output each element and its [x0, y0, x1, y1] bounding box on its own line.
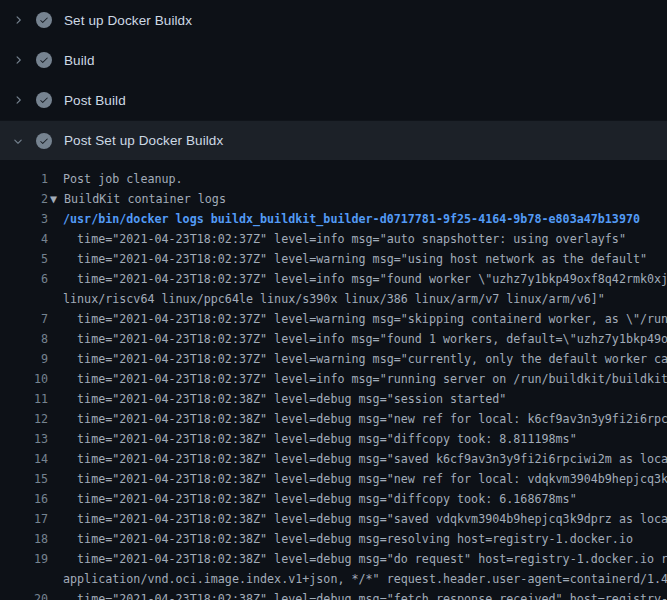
log-line-text: time="2021-04-23T18:02:37Z" level=info m…	[63, 329, 667, 349]
log-line: 10 time="2021-04-23T18:02:37Z" level=inf…	[0, 369, 667, 389]
log-line: 1Post job cleanup.	[0, 169, 667, 189]
log-line-text: time="2021-04-23T18:02:38Z" level=debug …	[63, 409, 667, 429]
step-header-post-build[interactable]: Post Build	[0, 80, 667, 120]
log-line-text: time="2021-04-23T18:02:38Z" level=debug …	[63, 429, 577, 449]
log-line-number[interactable]: 3	[0, 209, 48, 229]
log-line-text: time="2021-04-23T18:02:38Z" level=debug …	[63, 589, 667, 600]
log-line-number	[0, 569, 48, 589]
log-line-text: time="2021-04-23T18:02:38Z" level=debug …	[63, 389, 506, 409]
log-line-text: time="2021-04-23T18:02:38Z" level=debug …	[63, 449, 667, 469]
chevron-right-icon	[10, 92, 26, 108]
chevron-right-icon	[10, 12, 26, 28]
log-line-number[interactable]: 2	[0, 189, 48, 209]
log-line-text: application/vnd.oci.image.index.v1+json,…	[63, 569, 667, 589]
log-line: 15 time="2021-04-23T18:02:38Z" level=deb…	[0, 469, 667, 489]
log-line-number[interactable]: 15	[0, 469, 48, 489]
log-line: 13 time="2021-04-23T18:02:38Z" level=deb…	[0, 429, 667, 449]
log-line: 20 time="2021-04-23T18:02:38Z" level=deb…	[0, 589, 667, 600]
chevron-right-icon	[10, 52, 26, 68]
log-line-number	[0, 289, 48, 309]
log-line-number[interactable]: 1	[0, 169, 48, 189]
log-line: 9 time="2021-04-23T18:02:37Z" level=warn…	[0, 349, 667, 369]
chevron-down-icon	[10, 133, 26, 149]
log-line-number[interactable]: 17	[0, 509, 48, 529]
log-line-number[interactable]: 8	[0, 329, 48, 349]
log-line: 18 time="2021-04-23T18:02:38Z" level=deb…	[0, 529, 667, 549]
log-line: 19 time="2021-04-23T18:02:38Z" level=deb…	[0, 549, 667, 569]
log-line-number[interactable]: 19	[0, 549, 48, 569]
step-label: Set up Docker Buildx	[64, 13, 192, 28]
log-command-text: /usr/bin/docker logs buildx_buildkit_bui…	[63, 209, 640, 229]
log-group-toggle[interactable]: ▼ BuildKit container logs	[50, 189, 226, 209]
check-circle-icon	[36, 92, 52, 108]
log-line-text: time="2021-04-23T18:02:37Z" level=info m…	[63, 369, 667, 389]
log-line-text: time="2021-04-23T18:02:37Z" level=warnin…	[63, 309, 667, 329]
log-line-text: time="2021-04-23T18:02:37Z" level=info m…	[63, 269, 667, 289]
log-line: 14 time="2021-04-23T18:02:38Z" level=deb…	[0, 449, 667, 469]
log-line-number[interactable]: 12	[0, 409, 48, 429]
step-header-post-set-up-docker-buildx[interactable]: Post Set up Docker Buildx	[0, 120, 667, 160]
log-line-text: time="2021-04-23T18:02:37Z" level=warnin…	[63, 349, 667, 369]
step-label: Post Set up Docker Buildx	[64, 133, 223, 148]
log-line-number[interactable]: 20	[0, 589, 48, 600]
log-line-text: time="2021-04-23T18:02:37Z" level=warnin…	[63, 249, 647, 269]
log-line-number[interactable]: 14	[0, 449, 48, 469]
log-line-number[interactable]: 7	[0, 309, 48, 329]
check-circle-icon	[36, 133, 52, 149]
actions-log-viewer: Set up Docker Buildx Build Post Build	[0, 0, 667, 600]
log-line-text: time="2021-04-23T18:02:38Z" level=debug …	[63, 549, 667, 569]
log-line-number[interactable]: 16	[0, 489, 48, 509]
log-line-text: time="2021-04-23T18:02:37Z" level=info m…	[63, 229, 626, 249]
log-line: 7 time="2021-04-23T18:02:37Z" level=warn…	[0, 309, 667, 329]
log-line-number[interactable]: 5	[0, 249, 48, 269]
log-line-number[interactable]: 6	[0, 269, 48, 289]
log-line-number[interactable]: 4	[0, 229, 48, 249]
check-circle-icon	[36, 52, 52, 68]
log-line-number[interactable]: 13	[0, 429, 48, 449]
log-line: 8 time="2021-04-23T18:02:37Z" level=info…	[0, 329, 667, 349]
log-line-text: Post job cleanup.	[63, 169, 183, 189]
log-output: 1Post job cleanup.2▼ BuildKit container …	[0, 160, 667, 600]
log-line: 11 time="2021-04-23T18:02:38Z" level=deb…	[0, 389, 667, 409]
log-line: 4 time="2021-04-23T18:02:37Z" level=info…	[0, 229, 667, 249]
log-line: 6 time="2021-04-23T18:02:37Z" level=info…	[0, 269, 667, 289]
log-line: 5 time="2021-04-23T18:02:37Z" level=warn…	[0, 249, 667, 269]
log-line-text: time="2021-04-23T18:02:38Z" level=debug …	[63, 529, 633, 549]
step-label: Post Build	[64, 93, 126, 108]
check-circle-icon	[36, 12, 52, 28]
log-line-text: time="2021-04-23T18:02:38Z" level=debug …	[63, 489, 577, 509]
log-line: 12 time="2021-04-23T18:02:38Z" level=deb…	[0, 409, 667, 429]
log-line: 3/usr/bin/docker logs buildx_buildkit_bu…	[0, 209, 667, 229]
log-line-number[interactable]: 18	[0, 529, 48, 549]
step-header-set-up-docker-buildx[interactable]: Set up Docker Buildx	[0, 0, 667, 40]
log-line: linux/riscv64 linux/ppc64le linux/s390x …	[0, 289, 667, 309]
log-line-text: time="2021-04-23T18:02:38Z" level=debug …	[63, 509, 667, 529]
step-header-build[interactable]: Build	[0, 40, 667, 80]
log-line: 2▼ BuildKit container logs	[0, 189, 667, 209]
steps-list: Set up Docker Buildx Build Post Build	[0, 0, 667, 160]
step-label: Build	[64, 53, 95, 68]
log-line-number[interactable]: 9	[0, 349, 48, 369]
log-line-text: linux/riscv64 linux/ppc64le linux/s390x …	[63, 289, 605, 309]
log-line: 16 time="2021-04-23T18:02:38Z" level=deb…	[0, 489, 667, 509]
log-line-number[interactable]: 10	[0, 369, 48, 389]
log-line-text: time="2021-04-23T18:02:38Z" level=debug …	[63, 469, 667, 489]
log-line: application/vnd.oci.image.index.v1+json,…	[0, 569, 667, 589]
log-line-number[interactable]: 11	[0, 389, 48, 409]
log-line: 17 time="2021-04-23T18:02:38Z" level=deb…	[0, 509, 667, 529]
